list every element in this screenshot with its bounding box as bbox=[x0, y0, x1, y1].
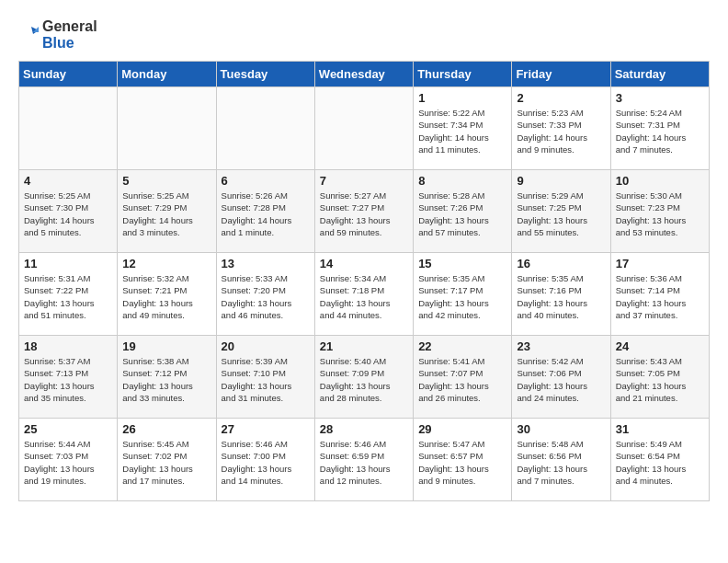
calendar-cell: 28Sunrise: 5:46 AMSunset: 6:59 PMDayligh… bbox=[314, 419, 413, 501]
day-number: 26 bbox=[122, 422, 210, 436]
calendar-cell: 27Sunrise: 5:46 AMSunset: 7:00 PMDayligh… bbox=[216, 419, 314, 501]
day-number: 4 bbox=[24, 174, 112, 188]
day-info: Sunrise: 5:22 AMSunset: 7:34 PMDaylight:… bbox=[418, 107, 506, 155]
day-info: Sunrise: 5:36 AMSunset: 7:14 PMDaylight:… bbox=[616, 272, 704, 321]
day-info: Sunrise: 5:46 AMSunset: 7:00 PMDaylight:… bbox=[222, 438, 310, 487]
weekday-header-saturday: Saturday bbox=[610, 62, 709, 87]
day-number: 19 bbox=[122, 339, 210, 353]
day-info: Sunrise: 5:45 AMSunset: 7:02 PMDaylight:… bbox=[122, 438, 210, 487]
day-number: 31 bbox=[616, 422, 704, 436]
day-info: Sunrise: 5:35 AMSunset: 7:17 PMDaylight:… bbox=[418, 272, 506, 321]
day-info: Sunrise: 5:39 AMSunset: 7:10 PMDaylight:… bbox=[222, 355, 310, 404]
calendar-cell: 19Sunrise: 5:38 AMSunset: 7:12 PMDayligh… bbox=[118, 336, 216, 419]
calendar-cell: 14Sunrise: 5:34 AMSunset: 7:18 PMDayligh… bbox=[314, 253, 413, 336]
day-info: Sunrise: 5:46 AMSunset: 6:59 PMDaylight:… bbox=[320, 438, 408, 487]
day-info: Sunrise: 5:28 AMSunset: 7:26 PMDaylight:… bbox=[418, 190, 506, 238]
day-number: 12 bbox=[122, 257, 210, 270]
weekday-header-row: SundayMondayTuesdayWednesdayThursdayFrid… bbox=[19, 62, 710, 87]
calendar-cell: 16Sunrise: 5:35 AMSunset: 7:16 PMDayligh… bbox=[512, 253, 610, 336]
calendar-cell: 21Sunrise: 5:40 AMSunset: 7:09 PMDayligh… bbox=[314, 336, 413, 419]
day-info: Sunrise: 5:41 AMSunset: 7:07 PMDaylight:… bbox=[418, 355, 506, 404]
day-info: Sunrise: 5:25 AMSunset: 7:29 PMDaylight:… bbox=[122, 190, 210, 238]
calendar-cell: 13Sunrise: 5:33 AMSunset: 7:20 PMDayligh… bbox=[216, 253, 314, 336]
day-number: 5 bbox=[122, 174, 210, 188]
page-header: General Blue bbox=[18, 18, 710, 52]
week-row-1: 1Sunrise: 5:22 AMSunset: 7:34 PMDaylight… bbox=[19, 87, 710, 170]
calendar-cell: 5Sunrise: 5:25 AMSunset: 7:29 PMDaylight… bbox=[118, 170, 216, 253]
day-number: 10 bbox=[616, 174, 704, 188]
day-info: Sunrise: 5:31 AMSunset: 7:22 PMDaylight:… bbox=[24, 272, 112, 321]
calendar-cell: 24Sunrise: 5:43 AMSunset: 7:05 PMDayligh… bbox=[610, 336, 709, 419]
calendar-cell: 8Sunrise: 5:28 AMSunset: 7:26 PMDaylight… bbox=[414, 170, 512, 253]
calendar-cell: 25Sunrise: 5:44 AMSunset: 7:03 PMDayligh… bbox=[19, 419, 118, 501]
calendar-cell: 18Sunrise: 5:37 AMSunset: 7:13 PMDayligh… bbox=[19, 336, 118, 419]
calendar-cell: 30Sunrise: 5:48 AMSunset: 6:56 PMDayligh… bbox=[512, 419, 610, 501]
weekday-header-friday: Friday bbox=[512, 62, 610, 87]
day-number: 3 bbox=[616, 91, 704, 105]
calendar-cell: 7Sunrise: 5:27 AMSunset: 7:27 PMDaylight… bbox=[314, 170, 413, 253]
day-info: Sunrise: 5:43 AMSunset: 7:05 PMDaylight:… bbox=[616, 355, 704, 404]
calendar-cell: 15Sunrise: 5:35 AMSunset: 7:17 PMDayligh… bbox=[414, 253, 512, 336]
day-number: 29 bbox=[418, 422, 506, 436]
day-number: 15 bbox=[418, 257, 506, 270]
day-number: 28 bbox=[320, 422, 408, 436]
day-info: Sunrise: 5:35 AMSunset: 7:16 PMDaylight:… bbox=[517, 272, 605, 321]
day-number: 30 bbox=[517, 422, 605, 436]
weekday-header-wednesday: Wednesday bbox=[314, 62, 413, 87]
calendar-cell bbox=[216, 87, 314, 170]
day-info: Sunrise: 5:33 AMSunset: 7:20 PMDaylight:… bbox=[222, 272, 310, 321]
day-info: Sunrise: 5:34 AMSunset: 7:18 PMDaylight:… bbox=[320, 272, 408, 321]
day-number: 27 bbox=[222, 422, 310, 436]
day-number: 14 bbox=[320, 257, 408, 270]
day-info: Sunrise: 5:24 AMSunset: 7:31 PMDaylight:… bbox=[616, 107, 704, 155]
logo-bird-icon bbox=[18, 25, 39, 45]
calendar-cell: 3Sunrise: 5:24 AMSunset: 7:31 PMDaylight… bbox=[610, 87, 709, 170]
day-number: 2 bbox=[517, 91, 605, 105]
day-number: 9 bbox=[517, 174, 605, 188]
day-number: 25 bbox=[24, 422, 112, 436]
calendar-cell: 22Sunrise: 5:41 AMSunset: 7:07 PMDayligh… bbox=[414, 336, 512, 419]
weekday-header-tuesday: Tuesday bbox=[216, 62, 314, 87]
day-number: 23 bbox=[517, 339, 605, 353]
calendar-cell: 31Sunrise: 5:49 AMSunset: 6:54 PMDayligh… bbox=[610, 419, 709, 501]
calendar-cell: 2Sunrise: 5:23 AMSunset: 7:33 PMDaylight… bbox=[512, 87, 610, 170]
day-info: Sunrise: 5:44 AMSunset: 7:03 PMDaylight:… bbox=[24, 438, 112, 487]
day-info: Sunrise: 5:40 AMSunset: 7:09 PMDaylight:… bbox=[320, 355, 408, 404]
day-number: 8 bbox=[418, 174, 506, 188]
calendar-cell: 20Sunrise: 5:39 AMSunset: 7:10 PMDayligh… bbox=[216, 336, 314, 419]
calendar-cell bbox=[314, 87, 413, 170]
day-number: 20 bbox=[222, 339, 310, 353]
week-row-2: 4Sunrise: 5:25 AMSunset: 7:30 PMDaylight… bbox=[19, 170, 710, 253]
day-number: 1 bbox=[418, 91, 506, 105]
calendar-cell: 12Sunrise: 5:32 AMSunset: 7:21 PMDayligh… bbox=[118, 253, 216, 336]
weekday-header-monday: Monday bbox=[118, 62, 216, 87]
calendar-cell: 26Sunrise: 5:45 AMSunset: 7:02 PMDayligh… bbox=[118, 419, 216, 501]
day-info: Sunrise: 5:29 AMSunset: 7:25 PMDaylight:… bbox=[517, 190, 605, 238]
week-row-5: 25Sunrise: 5:44 AMSunset: 7:03 PMDayligh… bbox=[19, 419, 710, 501]
week-row-3: 11Sunrise: 5:31 AMSunset: 7:22 PMDayligh… bbox=[19, 253, 710, 336]
calendar-cell: 17Sunrise: 5:36 AMSunset: 7:14 PMDayligh… bbox=[610, 253, 709, 336]
calendar-cell: 9Sunrise: 5:29 AMSunset: 7:25 PMDaylight… bbox=[512, 170, 610, 253]
day-info: Sunrise: 5:23 AMSunset: 7:33 PMDaylight:… bbox=[517, 107, 605, 155]
day-number: 21 bbox=[320, 339, 408, 353]
day-info: Sunrise: 5:48 AMSunset: 6:56 PMDaylight:… bbox=[517, 438, 605, 487]
logo: General Blue bbox=[18, 18, 97, 52]
day-number: 11 bbox=[24, 257, 112, 270]
day-info: Sunrise: 5:27 AMSunset: 7:27 PMDaylight:… bbox=[320, 190, 408, 238]
calendar-cell: 29Sunrise: 5:47 AMSunset: 6:57 PMDayligh… bbox=[414, 419, 512, 501]
weekday-header-thursday: Thursday bbox=[414, 62, 512, 87]
day-info: Sunrise: 5:37 AMSunset: 7:13 PMDaylight:… bbox=[24, 355, 112, 404]
calendar-cell bbox=[118, 87, 216, 170]
day-number: 6 bbox=[222, 174, 310, 188]
logo-text-general: General bbox=[42, 18, 97, 34]
day-info: Sunrise: 5:30 AMSunset: 7:23 PMDaylight:… bbox=[616, 190, 704, 238]
logo-text-blue: Blue bbox=[42, 35, 74, 51]
day-info: Sunrise: 5:42 AMSunset: 7:06 PMDaylight:… bbox=[517, 355, 605, 404]
weekday-header-sunday: Sunday bbox=[19, 62, 118, 87]
day-info: Sunrise: 5:26 AMSunset: 7:28 PMDaylight:… bbox=[222, 190, 310, 238]
calendar-cell: 23Sunrise: 5:42 AMSunset: 7:06 PMDayligh… bbox=[512, 336, 610, 419]
day-info: Sunrise: 5:38 AMSunset: 7:12 PMDaylight:… bbox=[122, 355, 210, 404]
day-info: Sunrise: 5:47 AMSunset: 6:57 PMDaylight:… bbox=[418, 438, 506, 487]
day-number: 17 bbox=[616, 257, 704, 270]
calendar-cell: 10Sunrise: 5:30 AMSunset: 7:23 PMDayligh… bbox=[610, 170, 709, 253]
